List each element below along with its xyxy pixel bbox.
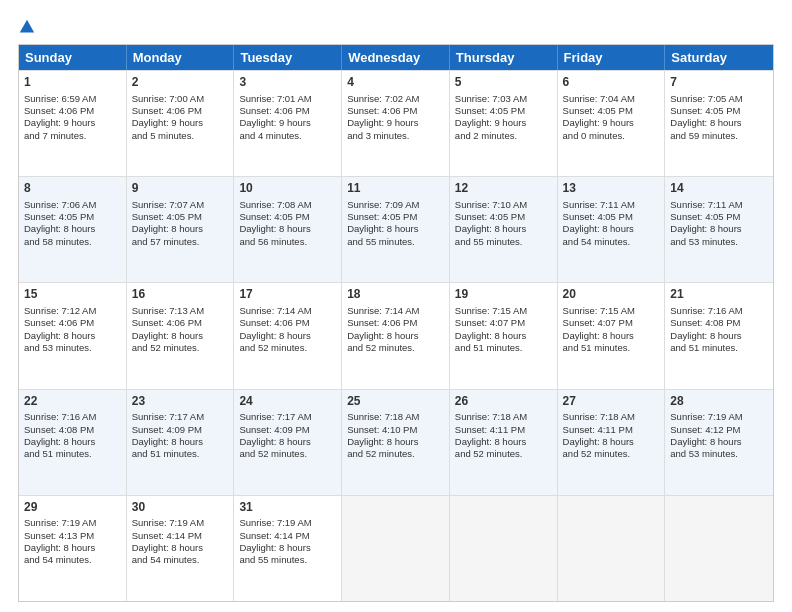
- day-info-line: Sunset: 4:05 PM: [670, 105, 768, 117]
- day-number: 17: [239, 287, 336, 303]
- day-info-line: Daylight: 8 hours: [132, 223, 229, 235]
- calendar-header-day: Wednesday: [342, 45, 450, 70]
- calendar-cell: 26Sunrise: 7:18 AMSunset: 4:11 PMDayligh…: [450, 390, 558, 495]
- day-info-line: Sunrise: 7:06 AM: [24, 199, 121, 211]
- day-number: 24: [239, 394, 336, 410]
- day-number: 31: [239, 500, 336, 516]
- day-info-line: Daylight: 8 hours: [455, 436, 552, 448]
- day-number: 20: [563, 287, 660, 303]
- day-info-line: Sunrise: 7:11 AM: [563, 199, 660, 211]
- day-info-line: Sunset: 4:06 PM: [347, 105, 444, 117]
- calendar-cell: 11Sunrise: 7:09 AMSunset: 4:05 PMDayligh…: [342, 177, 450, 282]
- day-number: 5: [455, 75, 552, 91]
- page: SundayMondayTuesdayWednesdayThursdayFrid…: [0, 0, 792, 612]
- day-info-line: Sunrise: 7:11 AM: [670, 199, 768, 211]
- day-info-line: and 51 minutes.: [455, 342, 552, 354]
- calendar-cell: 3Sunrise: 7:01 AMSunset: 4:06 PMDaylight…: [234, 71, 342, 176]
- day-info-line: Sunset: 4:07 PM: [455, 317, 552, 329]
- day-info-line: and 2 minutes.: [455, 130, 552, 142]
- calendar-cell: 27Sunrise: 7:18 AMSunset: 4:11 PMDayligh…: [558, 390, 666, 495]
- day-info-line: Sunset: 4:14 PM: [132, 530, 229, 542]
- day-info-line: and 54 minutes.: [132, 554, 229, 566]
- day-number: 30: [132, 500, 229, 516]
- day-info-line: and 53 minutes.: [670, 236, 768, 248]
- day-info-line: Daylight: 8 hours: [347, 330, 444, 342]
- day-info-line: Daylight: 8 hours: [239, 223, 336, 235]
- day-info-line: Sunrise: 7:10 AM: [455, 199, 552, 211]
- day-info-line: Sunrise: 7:09 AM: [347, 199, 444, 211]
- day-info-line: Sunset: 4:05 PM: [24, 211, 121, 223]
- day-info-line: Daylight: 8 hours: [132, 436, 229, 448]
- calendar-row: 22Sunrise: 7:16 AMSunset: 4:08 PMDayligh…: [19, 389, 773, 495]
- calendar-header-day: Thursday: [450, 45, 558, 70]
- day-info-line: Sunrise: 7:14 AM: [347, 305, 444, 317]
- day-info-line: Daylight: 9 hours: [455, 117, 552, 129]
- day-info-line: and 52 minutes.: [132, 342, 229, 354]
- day-number: 25: [347, 394, 444, 410]
- calendar-header-day: Monday: [127, 45, 235, 70]
- day-info-line: Daylight: 8 hours: [24, 436, 121, 448]
- day-info-line: Daylight: 9 hours: [24, 117, 121, 129]
- day-number: 2: [132, 75, 229, 91]
- day-info-line: and 52 minutes.: [239, 448, 336, 460]
- day-info-line: and 7 minutes.: [24, 130, 121, 142]
- day-info-line: Daylight: 9 hours: [239, 117, 336, 129]
- calendar-cell: 5Sunrise: 7:03 AMSunset: 4:05 PMDaylight…: [450, 71, 558, 176]
- day-info-line: Sunrise: 7:18 AM: [455, 411, 552, 423]
- day-info-line: Sunrise: 7:18 AM: [563, 411, 660, 423]
- day-info-line: and 53 minutes.: [24, 342, 121, 354]
- day-number: 27: [563, 394, 660, 410]
- svg-marker-0: [20, 20, 34, 33]
- day-info-line: Sunrise: 7:13 AM: [132, 305, 229, 317]
- day-info-line: Sunset: 4:06 PM: [132, 105, 229, 117]
- logo-icon: [18, 18, 36, 36]
- day-number: 29: [24, 500, 121, 516]
- day-info-line: Sunset: 4:05 PM: [455, 105, 552, 117]
- day-info-line: Sunrise: 7:08 AM: [239, 199, 336, 211]
- day-info-line: and 55 minutes.: [239, 554, 336, 566]
- day-number: 3: [239, 75, 336, 91]
- day-info-line: Daylight: 9 hours: [563, 117, 660, 129]
- day-info-line: Sunrise: 6:59 AM: [24, 93, 121, 105]
- day-info-line: Daylight: 8 hours: [563, 436, 660, 448]
- calendar-cell: 23Sunrise: 7:17 AMSunset: 4:09 PMDayligh…: [127, 390, 235, 495]
- day-info-line: Sunrise: 7:19 AM: [239, 517, 336, 529]
- day-info-line: Sunset: 4:06 PM: [347, 317, 444, 329]
- day-info-line: Sunset: 4:05 PM: [670, 211, 768, 223]
- calendar-cell: 21Sunrise: 7:16 AMSunset: 4:08 PMDayligh…: [665, 283, 773, 388]
- day-info-line: and 58 minutes.: [24, 236, 121, 248]
- calendar-cell: [558, 496, 666, 601]
- day-info-line: Sunset: 4:08 PM: [24, 424, 121, 436]
- day-info-line: Sunrise: 7:05 AM: [670, 93, 768, 105]
- day-info-line: and 52 minutes.: [239, 342, 336, 354]
- calendar-cell: 13Sunrise: 7:11 AMSunset: 4:05 PMDayligh…: [558, 177, 666, 282]
- day-info-line: Daylight: 8 hours: [347, 436, 444, 448]
- day-info-line: Daylight: 8 hours: [24, 542, 121, 554]
- day-info-line: and 55 minutes.: [347, 236, 444, 248]
- day-info-line: and 52 minutes.: [347, 342, 444, 354]
- day-info-line: Sunrise: 7:19 AM: [24, 517, 121, 529]
- calendar-cell: 12Sunrise: 7:10 AMSunset: 4:05 PMDayligh…: [450, 177, 558, 282]
- day-info-line: Daylight: 8 hours: [563, 223, 660, 235]
- calendar-cell: 10Sunrise: 7:08 AMSunset: 4:05 PMDayligh…: [234, 177, 342, 282]
- calendar-cell: 4Sunrise: 7:02 AMSunset: 4:06 PMDaylight…: [342, 71, 450, 176]
- calendar-cell: 9Sunrise: 7:07 AMSunset: 4:05 PMDaylight…: [127, 177, 235, 282]
- day-info-line: Daylight: 9 hours: [347, 117, 444, 129]
- calendar-cell: 19Sunrise: 7:15 AMSunset: 4:07 PMDayligh…: [450, 283, 558, 388]
- calendar-header-row: SundayMondayTuesdayWednesdayThursdayFrid…: [19, 45, 773, 70]
- calendar-cell: 24Sunrise: 7:17 AMSunset: 4:09 PMDayligh…: [234, 390, 342, 495]
- calendar-cell: 6Sunrise: 7:04 AMSunset: 4:05 PMDaylight…: [558, 71, 666, 176]
- day-number: 21: [670, 287, 768, 303]
- day-info-line: Daylight: 8 hours: [24, 223, 121, 235]
- day-info-line: and 51 minutes.: [563, 342, 660, 354]
- day-info-line: and 54 minutes.: [563, 236, 660, 248]
- day-info-line: Sunrise: 7:16 AM: [24, 411, 121, 423]
- day-number: 6: [563, 75, 660, 91]
- calendar-header-day: Friday: [558, 45, 666, 70]
- calendar-cell: [450, 496, 558, 601]
- day-info-line: and 55 minutes.: [455, 236, 552, 248]
- day-info-line: Daylight: 8 hours: [239, 436, 336, 448]
- day-info-line: Sunset: 4:05 PM: [132, 211, 229, 223]
- calendar-row: 15Sunrise: 7:12 AMSunset: 4:06 PMDayligh…: [19, 282, 773, 388]
- day-number: 13: [563, 181, 660, 197]
